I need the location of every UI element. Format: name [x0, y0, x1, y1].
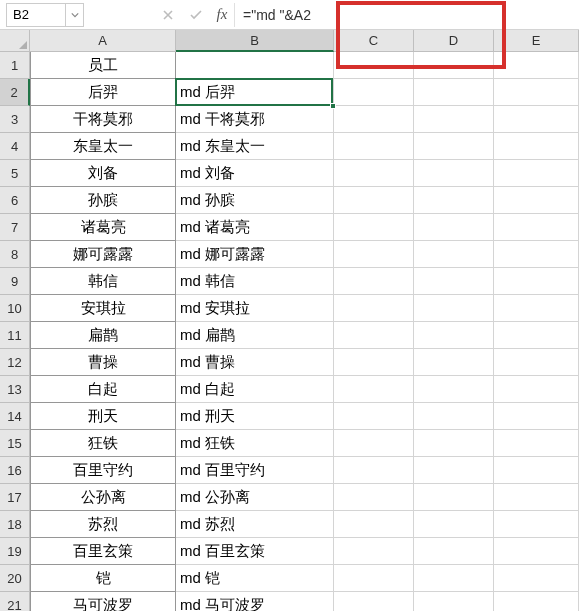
- row-header[interactable]: 19: [0, 538, 30, 565]
- cell[interactable]: [334, 403, 414, 430]
- row-header[interactable]: 10: [0, 295, 30, 322]
- cell[interactable]: [494, 295, 579, 322]
- cell[interactable]: [334, 511, 414, 538]
- row-header[interactable]: 17: [0, 484, 30, 511]
- cell[interactable]: md 狂铁: [176, 430, 334, 457]
- cell[interactable]: [414, 349, 494, 376]
- cell[interactable]: [334, 160, 414, 187]
- cell[interactable]: 百里玄策: [30, 538, 176, 565]
- cell[interactable]: [334, 430, 414, 457]
- cell[interactable]: md 铠: [176, 565, 334, 592]
- cell[interactable]: md 诸葛亮: [176, 214, 334, 241]
- cell[interactable]: 狂铁: [30, 430, 176, 457]
- cell[interactable]: 铠: [30, 565, 176, 592]
- cell[interactable]: [334, 187, 414, 214]
- cell[interactable]: [334, 268, 414, 295]
- cell[interactable]: md 刘备: [176, 160, 334, 187]
- cell[interactable]: md 刑天: [176, 403, 334, 430]
- cell[interactable]: [414, 511, 494, 538]
- cell[interactable]: [414, 106, 494, 133]
- cell[interactable]: [334, 322, 414, 349]
- cell[interactable]: md 公孙离: [176, 484, 334, 511]
- cell[interactable]: md 马可波罗: [176, 592, 334, 611]
- cell[interactable]: [414, 565, 494, 592]
- cell[interactable]: [494, 160, 579, 187]
- row-header[interactable]: 8: [0, 241, 30, 268]
- fill-handle[interactable]: [330, 103, 336, 109]
- cell[interactable]: 苏烈: [30, 511, 176, 538]
- cell[interactable]: [334, 592, 414, 611]
- cell[interactable]: [414, 214, 494, 241]
- row-header[interactable]: 3: [0, 106, 30, 133]
- cell[interactable]: [334, 214, 414, 241]
- cell[interactable]: [334, 349, 414, 376]
- select-all-corner[interactable]: [0, 30, 30, 52]
- row-header[interactable]: 12: [0, 349, 30, 376]
- cell[interactable]: 百里守约: [30, 457, 176, 484]
- cell[interactable]: [414, 376, 494, 403]
- row-header[interactable]: 5: [0, 160, 30, 187]
- cell[interactable]: [494, 430, 579, 457]
- cell[interactable]: md 后羿: [176, 79, 334, 106]
- cell[interactable]: [494, 214, 579, 241]
- col-header-D[interactable]: D: [414, 30, 494, 52]
- cell[interactable]: md 百里玄策: [176, 538, 334, 565]
- name-box-input[interactable]: [13, 7, 59, 22]
- cell[interactable]: 马可波罗: [30, 592, 176, 611]
- cell[interactable]: [334, 484, 414, 511]
- name-box[interactable]: [6, 3, 66, 27]
- col-header-C[interactable]: C: [334, 30, 414, 52]
- cell[interactable]: md 扁鹊: [176, 322, 334, 349]
- cell[interactable]: [494, 133, 579, 160]
- row-header[interactable]: 14: [0, 403, 30, 430]
- cell[interactable]: 韩信: [30, 268, 176, 295]
- cell[interactable]: md 白起: [176, 376, 334, 403]
- cell[interactable]: 干将莫邪: [30, 106, 176, 133]
- cell[interactable]: [494, 484, 579, 511]
- cell[interactable]: 白起: [30, 376, 176, 403]
- cell[interactable]: [334, 376, 414, 403]
- cell[interactable]: [176, 52, 334, 79]
- cell[interactable]: 刑天: [30, 403, 176, 430]
- cell[interactable]: 后羿: [30, 79, 176, 106]
- row-header[interactable]: 15: [0, 430, 30, 457]
- cell[interactable]: [494, 268, 579, 295]
- cell[interactable]: 公孙离: [30, 484, 176, 511]
- cell[interactable]: [414, 484, 494, 511]
- cell[interactable]: [334, 241, 414, 268]
- cell[interactable]: [334, 106, 414, 133]
- cell[interactable]: [414, 295, 494, 322]
- cell[interactable]: 员工: [30, 52, 176, 79]
- cell[interactable]: [414, 241, 494, 268]
- cell[interactable]: 诸葛亮: [30, 214, 176, 241]
- cell[interactable]: md 安琪拉: [176, 295, 334, 322]
- cell[interactable]: [414, 592, 494, 611]
- formula-input[interactable]: [243, 7, 571, 23]
- cell[interactable]: 孙膑: [30, 187, 176, 214]
- cell[interactable]: [334, 295, 414, 322]
- row-header[interactable]: 13: [0, 376, 30, 403]
- cell[interactable]: [414, 133, 494, 160]
- cell[interactable]: [414, 403, 494, 430]
- formula-bar[interactable]: [234, 3, 579, 27]
- cell[interactable]: [334, 538, 414, 565]
- cell[interactable]: [414, 160, 494, 187]
- cell[interactable]: md 韩信: [176, 268, 334, 295]
- cell[interactable]: md 娜可露露: [176, 241, 334, 268]
- row-header[interactable]: 18: [0, 511, 30, 538]
- cell[interactable]: [414, 52, 494, 79]
- cell[interactable]: [494, 79, 579, 106]
- row-header[interactable]: 21: [0, 592, 30, 611]
- cell[interactable]: md 苏烈: [176, 511, 334, 538]
- row-header[interactable]: 1: [0, 52, 30, 79]
- cell[interactable]: [334, 52, 414, 79]
- cell[interactable]: [494, 592, 579, 611]
- name-box-dropdown[interactable]: [66, 3, 84, 27]
- cell[interactable]: [494, 376, 579, 403]
- cell[interactable]: [494, 322, 579, 349]
- row-header[interactable]: 6: [0, 187, 30, 214]
- cell[interactable]: 安琪拉: [30, 295, 176, 322]
- cell[interactable]: [414, 268, 494, 295]
- cell[interactable]: md 百里守约: [176, 457, 334, 484]
- col-header-B[interactable]: B: [176, 30, 334, 52]
